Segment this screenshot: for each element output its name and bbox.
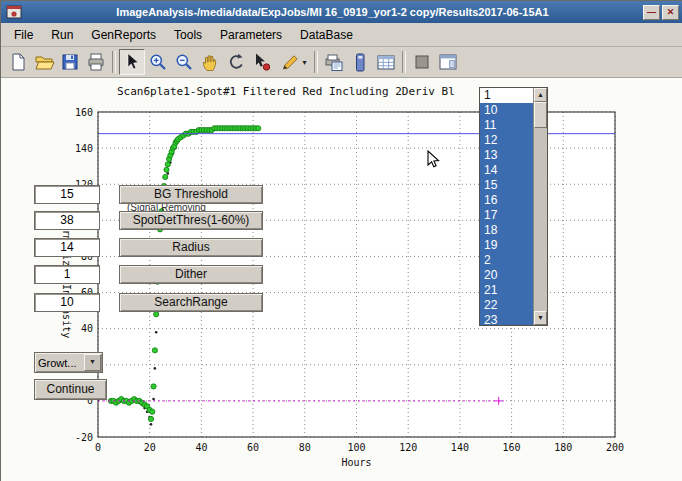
plot-title: Scan6plate1-Spot#1 Filtered Red Includin… — [117, 85, 455, 98]
open-folder-button[interactable] — [31, 49, 57, 75]
zoom-in-icon — [147, 51, 169, 73]
svg-text:140: 140 — [75, 143, 93, 154]
grid-view-icon — [375, 51, 397, 73]
panel-toggle-button[interactable] — [347, 49, 373, 75]
pan-hand-button[interactable] — [197, 49, 223, 75]
zoom-out-icon — [173, 51, 195, 73]
stop-button[interactable] — [409, 49, 435, 75]
searchrange-field[interactable]: 10 — [34, 293, 100, 312]
searchrange-label-button[interactable]: SearchRange — [119, 293, 263, 312]
list-item-12[interactable]: 12 — [480, 133, 533, 148]
window-layout-button[interactable] — [435, 49, 461, 75]
open-folder-icon — [33, 51, 55, 73]
save-icon — [59, 51, 81, 73]
radius-label-button[interactable]: Radius — [119, 238, 263, 257]
toolbar-separator — [314, 51, 318, 73]
grid-view-button[interactable] — [373, 49, 399, 75]
list-item-16[interactable]: 16 — [480, 193, 533, 208]
window-title: ImageAnalysis-/media/data/ExpJobs/MI 16_… — [22, 6, 643, 18]
app-window: ImageAnalysis-/media/data/ExpJobs/MI 16_… — [0, 0, 682, 481]
menu-run[interactable]: Run — [42, 25, 82, 45]
save-button[interactable] — [57, 49, 83, 75]
chevron-down-icon[interactable]: ▼ — [84, 354, 101, 371]
bg-threshold-label-button[interactable]: BG Threshold — [119, 185, 263, 204]
menu-parameters[interactable]: Parameters — [211, 25, 291, 45]
rotate-button[interactable] — [223, 49, 249, 75]
growth-mode-select[interactable]: Growt... ▼ — [34, 352, 103, 373]
panel-toggle-icon — [349, 51, 371, 73]
rotate-icon — [225, 51, 247, 73]
svg-text:180: 180 — [554, 442, 572, 453]
spotdetthres-1-60-field[interactable]: 38 — [34, 211, 100, 230]
pen-button[interactable]: ▾ — [275, 49, 311, 75]
growth-mode-label: Growt... — [35, 357, 84, 369]
svg-text:160: 160 — [503, 442, 521, 453]
annotate-cursor-icon — [251, 51, 273, 73]
svg-text:60: 60 — [247, 442, 259, 453]
dropdown-items: 110111213141516171819220212223 — [480, 88, 533, 326]
menu-file[interactable]: File — [5, 25, 42, 45]
titlebar[interactable]: ImageAnalysis-/media/data/ExpJobs/MI 16_… — [1, 1, 682, 23]
toolbar-separator — [112, 51, 116, 73]
zoom-out-button[interactable] — [171, 49, 197, 75]
svg-text:120: 120 — [399, 442, 417, 453]
scroll-up-button[interactable]: ▲ — [534, 88, 547, 102]
zoom-in-button[interactable] — [145, 49, 171, 75]
spotdetthres-1-60-label-button[interactable]: SpotDetThres(1-60%) — [119, 211, 263, 230]
print-preview-button[interactable] — [321, 49, 347, 75]
x-axis-label: Hours — [341, 457, 371, 468]
menu-bar: FileRunGenReportsToolsParametersDataBase — [1, 23, 682, 47]
minimize-button[interactable]: — — [643, 5, 660, 20]
svg-text:-20: -20 — [75, 432, 93, 443]
svg-text:40: 40 — [195, 442, 207, 453]
dropdown-scrollbar[interactable]: ▲ ▼ — [533, 88, 547, 325]
list-item-19[interactable]: 19 — [480, 238, 533, 253]
pan-hand-icon — [199, 51, 221, 73]
list-item-18[interactable]: 18 — [480, 223, 533, 238]
list-item-23[interactable]: 23 — [480, 313, 533, 326]
close-button[interactable]: ✕ — [662, 5, 679, 20]
print-button[interactable] — [83, 49, 109, 75]
bg-threshold-field[interactable]: 15 — [34, 185, 100, 204]
list-item-11[interactable]: 11 — [480, 118, 533, 133]
window-layout-icon — [437, 51, 459, 73]
scrollbar-thumb[interactable] — [534, 102, 547, 128]
list-item-21[interactable]: 21 — [480, 283, 533, 298]
value-dropdown-list: 110111213141516171819220212223 ▲ ▼ — [479, 87, 548, 326]
stop-icon — [411, 51, 433, 73]
svg-text:140: 140 — [451, 442, 469, 453]
list-item-10[interactable]: 10 — [480, 103, 533, 118]
list-item-17[interactable]: 17 — [480, 208, 533, 223]
app-icon[interactable] — [6, 4, 22, 20]
toolbar: ▾ — [1, 47, 682, 78]
list-item-14[interactable]: 14 — [480, 163, 533, 178]
pen-icon — [279, 51, 301, 73]
list-item-13[interactable]: 13 — [480, 148, 533, 163]
select-cursor-button[interactable] — [119, 49, 145, 75]
list-item-20[interactable]: 20 — [480, 268, 533, 283]
list-item-2[interactable]: 2 — [480, 253, 533, 268]
menu-database[interactable]: DataBase — [291, 25, 362, 45]
list-item-15[interactable]: 15 — [480, 178, 533, 193]
mouse-cursor — [427, 150, 441, 170]
annotate-cursor-button[interactable] — [249, 49, 275, 75]
app-icon-image — [6, 4, 22, 20]
svg-text:0: 0 — [95, 442, 101, 453]
svg-text:40: 40 — [81, 323, 93, 334]
menu-tools[interactable]: Tools — [165, 25, 211, 45]
list-item-22[interactable]: 22 — [480, 298, 533, 313]
svg-text:20: 20 — [144, 442, 156, 453]
continue-button[interactable]: Continue — [34, 379, 107, 400]
svg-text:200: 200 — [606, 442, 624, 453]
new-file-icon — [7, 51, 29, 73]
menu-genreports[interactable]: GenReports — [82, 25, 165, 45]
radius-field[interactable]: 14 — [34, 238, 100, 257]
scroll-down-button[interactable]: ▼ — [534, 311, 547, 325]
list-item-1[interactable]: 1 — [480, 88, 533, 103]
pen-dropdown-arrow-icon[interactable]: ▾ — [302, 58, 306, 67]
svg-text:100: 100 — [347, 442, 365, 453]
growth-plot: 020406080100120140160180200-200204060801… — [1, 78, 681, 480]
new-file-button[interactable] — [5, 49, 31, 75]
dither-field[interactable]: 1 — [34, 265, 100, 284]
dither-label-button[interactable]: Dither — [119, 265, 263, 284]
